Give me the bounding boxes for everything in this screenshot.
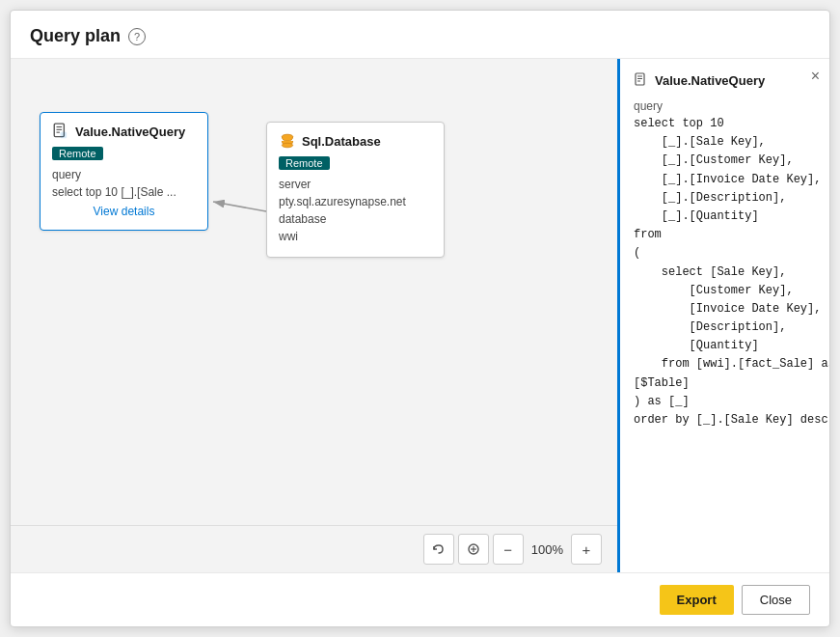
- modal-title: Query plan: [30, 26, 121, 46]
- svg-line-1: [213, 202, 266, 211]
- zoom-in-icon: +: [583, 541, 591, 558]
- details-panel: × Value.NativeQuery query select top 10 …: [617, 59, 829, 572]
- help-icon[interactable]: ?: [128, 28, 146, 45]
- zoom-out-icon: −: [503, 541, 512, 558]
- close-button[interactable]: Close: [742, 585, 810, 615]
- zoom-level: 100%: [531, 542, 563, 557]
- fit-button[interactable]: [458, 534, 489, 565]
- left-node-card[interactable]: Value.NativeQuery Remote query select to…: [40, 112, 208, 231]
- right-server-label: server: [279, 178, 311, 191]
- query-icon: [52, 123, 69, 140]
- details-close-button[interactable]: ×: [811, 69, 820, 84]
- details-query-icon: [634, 72, 649, 88]
- right-node-card[interactable]: Sql.Database Remote server pty.sql.azure…: [266, 122, 445, 258]
- right-node-title: Sql.Database: [302, 134, 381, 149]
- right-database-value: wwi: [279, 230, 298, 243]
- database-icon: [279, 132, 296, 150]
- modal-header: Query plan ?: [11, 11, 829, 59]
- right-node-badge: Remote: [279, 156, 330, 170]
- right-node-header: Sql.Database: [279, 132, 432, 150]
- left-node-info: query select top 10 [_].[Sale ...: [52, 166, 196, 201]
- left-query-label: query: [52, 168, 81, 181]
- zoom-out-button[interactable]: −: [493, 534, 524, 565]
- undo-button[interactable]: [423, 534, 454, 565]
- details-query-code: select top 10 [_].[Sale Key], [_].[Custo…: [634, 115, 816, 429]
- zoom-in-button[interactable]: +: [571, 534, 602, 565]
- undo-icon: [432, 542, 446, 556]
- diagram-canvas: Value.NativeQuery Remote query select to…: [11, 59, 617, 525]
- diagram-panel: Value.NativeQuery Remote query select to…: [11, 59, 617, 572]
- right-server-value: pty.sql.azuresynapse.net: [279, 195, 406, 208]
- right-node-info: server pty.sql.azuresynapse.net database…: [279, 176, 432, 245]
- right-database-label: database: [279, 212, 326, 226]
- modal-body: Value.NativeQuery Remote query select to…: [11, 59, 829, 572]
- svg-rect-6: [61, 132, 67, 138]
- left-query-preview: select top 10 [_].[Sale ...: [52, 185, 176, 199]
- left-node-badge: Remote: [52, 147, 103, 160]
- svg-point-8: [282, 143, 292, 148]
- details-query-label: query: [634, 99, 816, 113]
- left-node-title: Value.NativeQuery: [75, 125, 185, 139]
- diagram-toolbar: − 100% +: [11, 525, 617, 572]
- export-button[interactable]: Export: [660, 585, 734, 615]
- view-details-link[interactable]: View details: [52, 205, 196, 218]
- modal-footer: Export Close: [11, 572, 829, 626]
- fit-icon: [467, 542, 480, 556]
- details-title-row: Value.NativeQuery: [634, 72, 816, 88]
- details-title: Value.NativeQuery: [655, 73, 765, 88]
- left-node-header: Value.NativeQuery: [52, 123, 196, 140]
- query-plan-modal: Query plan ?: [10, 10, 830, 627]
